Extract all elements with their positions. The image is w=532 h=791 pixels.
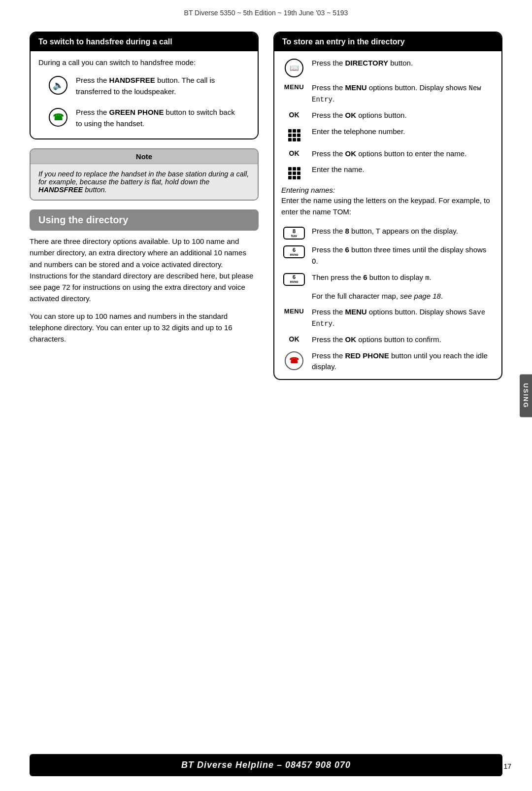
keypad-icon-1 bbox=[288, 129, 300, 141]
step-red-phone: ☎ Press the RED PHONE button until you r… bbox=[274, 348, 501, 375]
step-enter-number-text: Enter the telephone number. bbox=[312, 126, 495, 138]
menu-label-icon: MENU bbox=[284, 83, 304, 91]
6mno-cell-2: 6mno bbox=[281, 272, 307, 286]
note-box-title: Note bbox=[31, 149, 258, 164]
page-number: 17 bbox=[503, 762, 511, 770]
step-enter-name: Enter the name. bbox=[274, 162, 501, 184]
directory-section-body: There are three directory options availa… bbox=[30, 236, 259, 344]
ok-label-icon-2: OK bbox=[289, 149, 299, 157]
step-6-mno-2: 6mno Then press the 6 button to display … bbox=[274, 270, 501, 288]
handsfree-step1: 🔈 Press the HANDSFREE button. The call i… bbox=[38, 72, 250, 100]
green-phone-circle-icon: ☎ bbox=[49, 108, 67, 127]
step-red-phone-text: Press the RED PHONE button until you rea… bbox=[312, 350, 495, 373]
6mno-cell-1: 6mno bbox=[281, 244, 307, 258]
step-6-mno-1-text: Press the 6 button three times until the… bbox=[312, 244, 495, 267]
handsfree-symbol: 🔈 bbox=[53, 80, 64, 91]
note-bold: HANDSFREE bbox=[38, 186, 83, 194]
right-column: To store an entry in the directory 📖 Pre… bbox=[273, 32, 502, 380]
6mno-icon-2: 6mno bbox=[283, 273, 305, 286]
step-menu-save-entry: MENU Press the MENU options button. Disp… bbox=[274, 304, 501, 332]
menu-save-label-cell: MENU bbox=[281, 307, 307, 315]
ok-confirm-icon: OK bbox=[289, 335, 299, 343]
directory-symbol: 📖 bbox=[290, 64, 299, 72]
red-phone-symbol: ☎ bbox=[289, 356, 299, 365]
step-enter-name-text: Enter the name. bbox=[312, 164, 495, 175]
entering-names-intro: Enter the name using the letters on the … bbox=[281, 195, 495, 217]
red-phone-cell: ☎ bbox=[281, 350, 307, 370]
step-menu-new-entry: MENU Press the MENU options button. Disp… bbox=[274, 80, 501, 107]
handsfree-step1-text: Press the HANDSFREE button. The call is … bbox=[76, 75, 243, 97]
step-directory-text: Press the DIRECTORY button. bbox=[312, 58, 495, 69]
8tuv-cell: 8tuv bbox=[281, 226, 307, 240]
step-menu-save-text: Press the MENU options button. Display s… bbox=[312, 307, 495, 329]
directory-para2: You can store up to 100 names and number… bbox=[30, 310, 259, 345]
note-text-prefix: If you need to replace the handset in th… bbox=[38, 170, 249, 186]
8tuv-icon: 8tuv bbox=[283, 227, 305, 240]
handsfree-box-body: During a call you can switch to handsfre… bbox=[31, 51, 258, 138]
step-ok-confirm-text: Press the OK options button to confirm. bbox=[312, 334, 495, 345]
keypad-icon-2 bbox=[288, 167, 300, 179]
handsfree-box: To switch to handsfree during a call Dur… bbox=[30, 32, 259, 139]
ok-label-icon-1: OK bbox=[289, 111, 299, 119]
handsfree-box-title: To switch to handsfree during a call bbox=[31, 33, 258, 51]
ok-label-cell-2: OK bbox=[281, 148, 307, 157]
green-phone-icon: ☎ bbox=[45, 107, 71, 127]
menu-save-label-icon: MENU bbox=[284, 308, 304, 315]
phone-symbol: ☎ bbox=[53, 112, 64, 123]
step-see-page: For the full character map, see page 18. bbox=[274, 288, 501, 305]
step-6-mno-1: 6mno Press the 6 button three times unti… bbox=[274, 242, 501, 270]
step-ok-1: OK Press the OK options button. bbox=[274, 107, 501, 124]
step-ok-2-text: Press the OK options button to enter the… bbox=[312, 148, 495, 160]
note-box-body: If you need to replace the handset in th… bbox=[31, 164, 258, 200]
see-page-empty-cell bbox=[281, 291, 307, 292]
left-column: To switch to handsfree during a call Dur… bbox=[30, 32, 259, 380]
step-ok-1-text: Press the OK options button. bbox=[312, 110, 495, 121]
header-title: BT Diverse 5350 ~ 5th Edition ~ 19th Jun… bbox=[184, 9, 348, 17]
green-phone-step: ☎ Press the GREEN PHONE button to switch… bbox=[38, 104, 250, 132]
page-header: BT Diverse 5350 ~ 5th Edition ~ 19th Jun… bbox=[0, 0, 532, 22]
directory-circle-icon: 📖 bbox=[285, 59, 303, 77]
6mno-icon-1: 6mno bbox=[283, 245, 305, 258]
step-see-page-text: For the full character map, see page 18. bbox=[312, 291, 495, 302]
ok-label-cell-1: OK bbox=[281, 110, 307, 119]
step-6-mno-2-text: Then press the 6 button to display m. bbox=[312, 272, 495, 283]
handsfree-icon: 🔈 bbox=[45, 75, 71, 95]
green-phone-step-text: Press the GREEN PHONE button to switch b… bbox=[76, 107, 243, 129]
directory-section: Using the directory There are three dire… bbox=[30, 209, 259, 350]
store-entry-steps: 📖 Press the DIRECTORY button. MENU Press… bbox=[274, 51, 501, 379]
store-entry-box: To store an entry in the directory 📖 Pre… bbox=[273, 32, 502, 380]
keypad-cell-2 bbox=[281, 164, 307, 181]
note-box: Note If you need to replace the handset … bbox=[30, 148, 259, 201]
entering-names-heading: Entering names: bbox=[281, 186, 495, 194]
red-phone-circle-icon: ☎ bbox=[285, 351, 303, 370]
keypad-cell-1 bbox=[281, 126, 307, 143]
store-entry-title: To store an entry in the directory bbox=[274, 33, 501, 51]
ok-confirm-cell: OK bbox=[281, 334, 307, 343]
directory-para1: There are three directory options availa… bbox=[30, 236, 259, 305]
note-text-suffix: button. bbox=[83, 186, 106, 194]
step-8-tuv: 8tuv Press the 8 button, T appears on th… bbox=[274, 223, 501, 242]
step-ok-2: OK Press the OK options button to enter … bbox=[274, 146, 501, 162]
entering-names-section: Entering names: Enter the name using the… bbox=[274, 184, 501, 223]
directory-icon-cell: 📖 bbox=[281, 58, 307, 77]
helpline-text: BT Diverse Helpline – 08457 908 070 bbox=[181, 760, 351, 770]
menu-label-cell: MENU bbox=[281, 82, 307, 91]
step-menu-text: Press the MENU options button. Display s… bbox=[312, 82, 495, 105]
page-footer: BT Diverse Helpline – 08457 908 070 bbox=[30, 754, 502, 776]
step-directory: 📖 Press the DIRECTORY button. bbox=[274, 55, 501, 80]
sidebar-using-tab: USING bbox=[520, 374, 532, 417]
directory-section-title: Using the directory bbox=[30, 209, 259, 231]
step-enter-number: Enter the telephone number. bbox=[274, 124, 501, 146]
step-ok-confirm: OK Press the OK options button to confir… bbox=[274, 332, 501, 348]
step-8-tuv-text: Press the 8 button, T appears on the dis… bbox=[312, 226, 495, 237]
handsfree-circle-icon: 🔈 bbox=[49, 76, 67, 95]
handsfree-intro: During a call you can switch to handsfre… bbox=[38, 58, 250, 67]
